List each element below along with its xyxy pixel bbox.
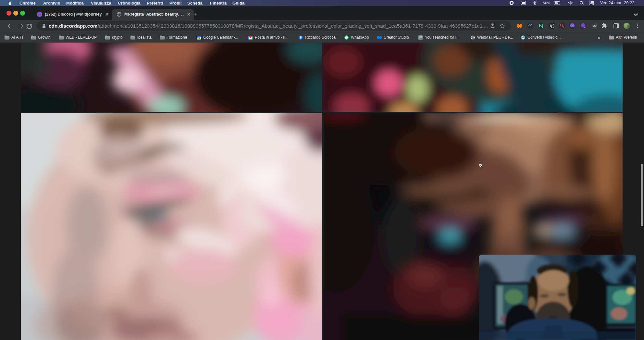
svg-text:5: 5	[584, 26, 585, 28]
svg-text:MX: MX	[593, 25, 597, 28]
